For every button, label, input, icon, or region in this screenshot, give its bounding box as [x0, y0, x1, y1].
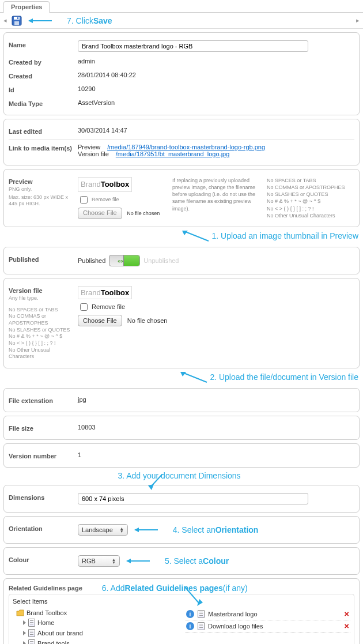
related-tree: Select Items Brand Toolbox Home About ou…: [9, 594, 354, 644]
label-versionnum: Version number: [9, 451, 78, 460]
orientation-select[interactable]: Landscape▲▼: [78, 524, 128, 536]
preview-sub1: PNG only.: [9, 186, 74, 193]
label-related: Related Guidelines page: [9, 585, 82, 592]
value-filesize: 10803: [78, 424, 354, 431]
preview-sub2: Max. size: 630 px WIDE x 445 px HIGH.: [9, 194, 74, 208]
related-selected-label: Download logo files: [208, 623, 263, 630]
page-icon: [28, 629, 35, 637]
link-preview-label: Preview: [78, 144, 100, 150]
label-created: Created: [9, 71, 78, 80]
label-lastedited: Last edited: [9, 127, 78, 135]
value-versionnum: 1: [78, 451, 354, 458]
preview-note-chars: No SPACES or TABS No COMMAS or APOSTROPH…: [267, 177, 354, 219]
toolbar: ◂ 7. Click Save ▸: [0, 13, 363, 29]
tree-root[interactable]: Brand Toolbox: [13, 608, 178, 617]
versionfile-no-file: No file chosen: [127, 317, 168, 324]
page-icon: [198, 610, 205, 618]
label-createdby: Created by: [9, 58, 78, 66]
preview-note-replace: If replacing a previously uploaded previ…: [172, 177, 260, 219]
annotation-5: 5. Select a Colour: [165, 556, 229, 566]
versionfile-notes: No SPACES or TABS No COMMAS or APOSTROPH…: [9, 307, 74, 361]
label-mediatype: Media Type: [9, 99, 78, 107]
dimensions-input[interactable]: [78, 493, 308, 504]
name-input[interactable]: [78, 40, 308, 52]
published-on-label: Published: [78, 257, 105, 264]
tab-properties[interactable]: Properties: [3, 1, 50, 13]
toolbar-scroll-left[interactable]: ◂: [2, 17, 8, 24]
remove-icon[interactable]: ✕: [344, 611, 349, 618]
related-selected-label: Masterbrand logo: [208, 611, 258, 617]
panel-dimensions: Dimensions: [3, 485, 360, 513]
annotation-1: 1. Upload an image thumbnail in Preview: [0, 231, 358, 242]
panel-basic: Name Created by admin Created 28/01/2014…: [3, 32, 360, 115]
label-published: Published: [9, 255, 78, 263]
chevron-right-icon: [23, 631, 26, 635]
versionfile-remove-checkbox[interactable]: [80, 303, 88, 311]
info-icon[interactable]: i: [186, 610, 194, 618]
label-preview: Preview: [9, 178, 74, 185]
colour-select[interactable]: RGB▲▼: [78, 555, 120, 567]
label-name: Name: [9, 40, 78, 48]
value-lastedited: 30/03/2014 14:47: [78, 127, 354, 134]
annotation-arrow: [127, 560, 150, 562]
related-selected-row: i Masterbrand logo ✕: [185, 608, 350, 620]
versionfile-choose-file-button[interactable]: Choose File: [78, 315, 122, 326]
info-icon[interactable]: i: [186, 622, 194, 630]
label-colour: Colour: [9, 555, 78, 563]
published-off-label: Unpublished: [143, 257, 179, 264]
link-preview[interactable]: /media/187949/brand-toolbox-masterbrand-…: [107, 144, 265, 150]
tree-item[interactable]: About our brand: [13, 628, 178, 638]
preview-choose-file-button[interactable]: Choose File: [78, 208, 122, 219]
tree-item[interactable]: Home: [13, 617, 178, 628]
published-toggle[interactable]: ⇔: [109, 255, 140, 266]
toolbar-scroll-right[interactable]: ▸: [355, 17, 361, 24]
panel-versionnum: Version number 1: [3, 443, 360, 468]
folder-icon: [16, 609, 24, 616]
panel-versionfile: Version file Any file type. No SPACES or…: [3, 278, 360, 368]
svg-rect-1: [14, 17, 20, 20]
versionfile-sub1: Any file type.: [9, 295, 74, 302]
panel-fileext: File extenstion jpg: [3, 388, 360, 412]
panel-related: Related Guidelines page 6. Add Related G…: [3, 578, 360, 644]
annotation-arrow: [182, 586, 205, 609]
panel-orientation: Orientation Landscape▲▼ 4. Select an Ori…: [3, 516, 360, 544]
label-linkto: Link to media item(s): [9, 144, 78, 152]
svg-marker-6: [148, 484, 154, 490]
svg-rect-3: [17, 17, 18, 19]
annotation-4: 4. Select an Orientation: [173, 525, 259, 534]
save-button[interactable]: [12, 16, 22, 26]
tree-item[interactable]: Brand tools: [13, 638, 178, 644]
page-icon: [28, 619, 35, 627]
label-orientation: Orientation: [9, 524, 78, 532]
value-fileext: jpg: [78, 396, 354, 403]
preview-no-file: No file chosen: [127, 210, 160, 216]
link-versionfile[interactable]: /media/187951/bt_masterbrand_logo.jpg: [116, 150, 230, 157]
value-id: 10290: [78, 85, 354, 92]
preview-thumbnail: BrandToolbox: [78, 177, 132, 192]
chevron-right-icon: [23, 620, 26, 625]
value-mediatype: AssetVersion: [78, 99, 354, 106]
link-versionfile-label: Version file: [78, 150, 109, 157]
page-icon: [28, 639, 35, 644]
panel-links: Last edited 30/03/2014 14:47 Link to med…: [3, 119, 360, 165]
panel-filesize: File size 10803: [3, 416, 360, 440]
panel-colour: Colour RGB▲▼ 5. Select a Colour: [3, 547, 360, 575]
annotation-7: 7. Click Save: [67, 16, 112, 25]
versionfile-thumbnail: BrandToolbox: [78, 286, 132, 299]
related-select-items-label: Select Items: [13, 598, 350, 605]
annotation-2: 2. Upload the file/document in Version f…: [0, 372, 358, 383]
save-icon: [12, 16, 22, 26]
remove-icon[interactable]: ✕: [344, 623, 349, 630]
svg-rect-2: [14, 21, 19, 25]
preview-remove-label: Remove file: [92, 196, 119, 203]
label-dimensions: Dimensions: [9, 493, 78, 501]
page-icon: [198, 622, 205, 630]
panel-preview: Preview PNG only. Max. size: 630 px WIDE…: [3, 169, 360, 227]
label-versionfile: Version file: [9, 287, 74, 294]
tab-bar: Properties: [0, 0, 363, 13]
versionfile-remove-label: Remove file: [92, 303, 125, 310]
preview-remove-checkbox[interactable]: [80, 196, 88, 204]
value-created: 28/01/2014 08:40:22: [78, 71, 354, 78]
label-id: Id: [9, 85, 78, 93]
annotation-6: 6. Add Related Guidelines pages (if any): [102, 583, 248, 593]
